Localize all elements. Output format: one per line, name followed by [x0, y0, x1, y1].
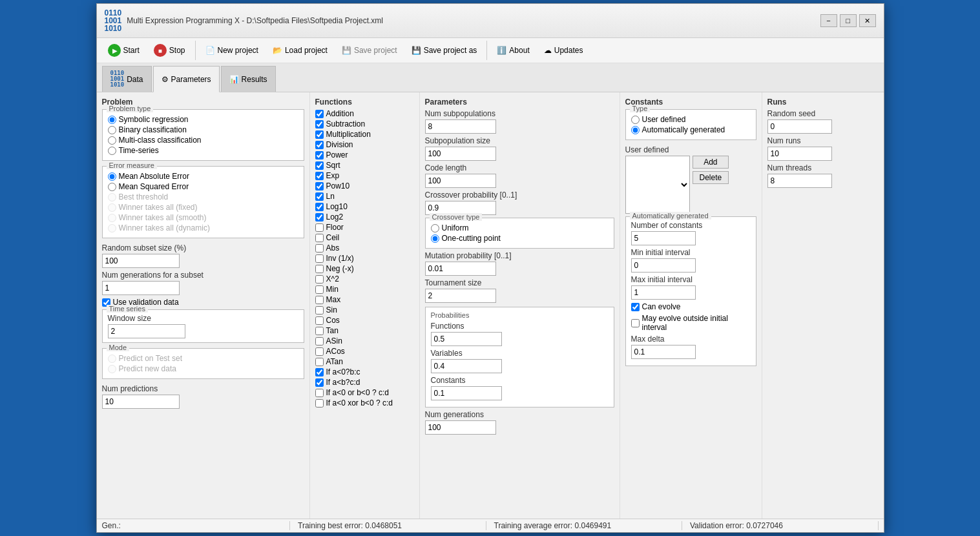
sqrt-option[interactable]: Sqrt: [315, 161, 414, 170]
one-cutting-point-radio[interactable]: [431, 234, 439, 243]
acos-option[interactable]: ACos: [315, 347, 414, 356]
uniform-option[interactable]: Uniform: [431, 223, 609, 232]
if-a-b-0-checkbox[interactable]: [315, 389, 324, 397]
tan-option[interactable]: Tan: [315, 326, 414, 335]
acos-checkbox[interactable]: [315, 347, 324, 356]
min-option[interactable]: Min: [315, 285, 414, 294]
about-button[interactable]: ℹ️ About: [491, 43, 535, 58]
auto-generated-radio[interactable]: [631, 126, 640, 134]
min-checkbox[interactable]: [315, 285, 324, 294]
user-defined-list[interactable]: [625, 156, 690, 214]
inv-checkbox[interactable]: [315, 254, 324, 263]
updates-button[interactable]: ☁ Updates: [538, 43, 589, 58]
predict-test-set-radio[interactable]: [108, 355, 116, 363]
if-a-xor-b-option[interactable]: If a<0 xor b<0 ? c:d: [315, 398, 414, 407]
predict-test-set-option[interactable]: Predict on Test set: [108, 354, 298, 363]
may-evolve-outside-checkbox[interactable]: [631, 319, 640, 327]
atan-checkbox[interactable]: [315, 358, 324, 366]
num-runs-input[interactable]: [767, 147, 832, 161]
multi-class-classification-option[interactable]: Multi-class classification: [108, 136, 298, 145]
multiplication-option[interactable]: Multiplication: [315, 130, 414, 139]
winner-fixed-radio[interactable]: [108, 203, 116, 212]
mean-absolute-error-option[interactable]: Mean Absolute Error: [108, 172, 298, 181]
ln-checkbox[interactable]: [315, 192, 324, 201]
neg-option[interactable]: Neg (-x): [315, 264, 414, 273]
symbolic-regression-radio[interactable]: [108, 116, 116, 124]
x2-checkbox[interactable]: [315, 275, 324, 283]
power-checkbox[interactable]: [315, 151, 324, 160]
abs-option[interactable]: Abs: [315, 243, 414, 253]
inv-option[interactable]: Inv (1/x): [315, 254, 414, 263]
num-predictions-input[interactable]: [102, 395, 180, 409]
min-initial-interval-input[interactable]: [631, 258, 696, 273]
tab-data[interactable]: 011010011010 Data: [102, 66, 152, 92]
addition-checkbox[interactable]: [315, 110, 324, 118]
subtraction-checkbox[interactable]: [315, 120, 324, 129]
random-subset-size-input[interactable]: [102, 254, 180, 268]
floor-option[interactable]: Floor: [315, 223, 414, 232]
tab-parameters[interactable]: ⚙ Parameters: [153, 66, 220, 92]
tab-results[interactable]: 📊 Results: [221, 66, 276, 92]
exp-checkbox[interactable]: [315, 172, 324, 180]
division-option[interactable]: Division: [315, 140, 414, 149]
mean-squared-error-radio[interactable]: [108, 183, 116, 191]
log10-checkbox[interactable]: [315, 203, 324, 211]
minimize-button[interactable]: −: [820, 14, 837, 27]
variables-prob-input[interactable]: [431, 359, 502, 373]
stop-button[interactable]: Stop: [148, 41, 191, 60]
predict-new-data-option[interactable]: Predict new data: [108, 364, 298, 373]
maximize-button[interactable]: □: [840, 14, 857, 27]
tournament-size-input[interactable]: [425, 289, 496, 303]
constants-prob-input[interactable]: [431, 386, 502, 400]
user-defined-radio[interactable]: [631, 116, 640, 124]
max-initial-interval-input[interactable]: [631, 285, 696, 300]
max-option[interactable]: Max: [315, 295, 414, 304]
binary-classification-radio[interactable]: [108, 126, 116, 134]
log2-checkbox[interactable]: [315, 213, 324, 222]
asin-checkbox[interactable]: [315, 337, 324, 345]
winner-dynamic-radio[interactable]: [108, 224, 116, 232]
symbolic-regression-option[interactable]: Symbolic regression: [108, 115, 298, 124]
save-project-as-button[interactable]: 💾 Save project as: [406, 43, 483, 58]
functions-prob-input[interactable]: [431, 332, 502, 346]
num-constants-input[interactable]: [631, 231, 696, 245]
ln-option[interactable]: Ln: [315, 192, 414, 201]
ceil-checkbox[interactable]: [315, 234, 324, 242]
load-project-button[interactable]: 📂 Load project: [267, 43, 333, 58]
time-series-option[interactable]: Time-series: [108, 146, 298, 155]
time-series-radio[interactable]: [108, 147, 116, 155]
save-project-button[interactable]: 💾 Save project: [336, 43, 403, 58]
mean-absolute-error-radio[interactable]: [108, 172, 116, 181]
multiplication-checkbox[interactable]: [315, 130, 324, 139]
mutation-probability-input[interactable]: [425, 262, 496, 276]
log10-option[interactable]: Log10: [315, 202, 414, 211]
neg-checkbox[interactable]: [315, 265, 324, 273]
multi-class-radio[interactable]: [108, 136, 116, 145]
if-a-b-0-option[interactable]: If a<0 or b<0 ? c:d: [315, 388, 414, 397]
may-evolve-outside-option[interactable]: May evolve outside initial interval: [631, 314, 751, 332]
winner-takes-all-smooth-option[interactable]: Winner takes all (smooth): [108, 213, 298, 222]
sqrt-checkbox[interactable]: [315, 161, 324, 170]
x2-option[interactable]: X^2: [315, 274, 414, 283]
asin-option[interactable]: ASin: [315, 336, 414, 345]
num-generations-input[interactable]: [425, 420, 496, 435]
power-option[interactable]: Power: [315, 150, 414, 160]
new-project-button[interactable]: 📄 New project: [200, 43, 264, 58]
subpopulation-size-input[interactable]: [425, 147, 496, 161]
exp-option[interactable]: Exp: [315, 171, 414, 180]
auto-generated-option[interactable]: Automatically generated: [631, 125, 751, 134]
cos-checkbox[interactable]: [315, 316, 324, 325]
log2-option[interactable]: Log2: [315, 212, 414, 222]
sin-option[interactable]: Sin: [315, 305, 414, 314]
atan-option[interactable]: ATan: [315, 357, 414, 366]
tan-checkbox[interactable]: [315, 327, 324, 335]
floor-checkbox[interactable]: [315, 223, 324, 232]
window-size-input[interactable]: [108, 324, 185, 338]
close-button[interactable]: ✕: [859, 14, 876, 27]
division-checkbox[interactable]: [315, 141, 324, 149]
abs-checkbox[interactable]: [315, 244, 324, 253]
if-a-b-c-option[interactable]: If a<0?b:c: [315, 367, 414, 376]
can-evolve-option[interactable]: Can evolve: [631, 302, 751, 311]
can-evolve-checkbox[interactable]: [631, 303, 640, 311]
max-delta-input[interactable]: [631, 345, 696, 359]
